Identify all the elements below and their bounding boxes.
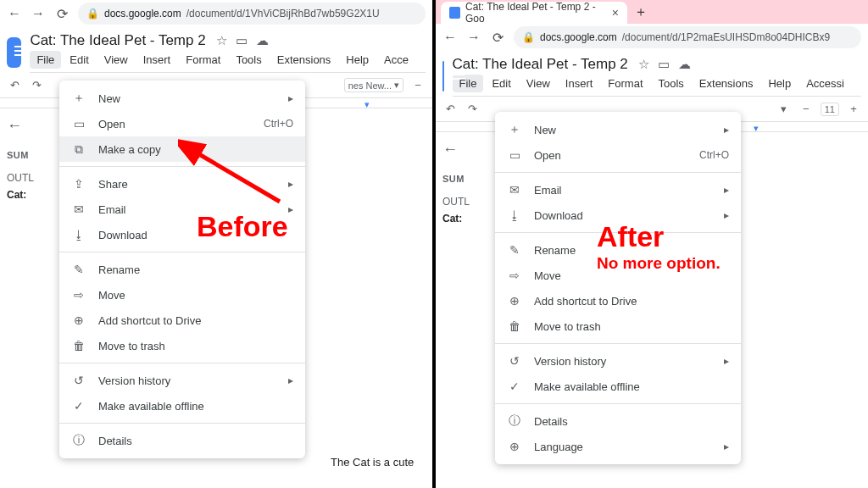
- menu-separator: [495, 403, 741, 404]
- menu-item-make-available-offline[interactable]: ✓Make available offline: [59, 393, 305, 419]
- move-icon[interactable]: ▭: [236, 33, 248, 48]
- menu-item-add-shortcut-to-drive[interactable]: ⊕Add shortcut to Drive: [59, 308, 305, 333]
- outline-item[interactable]: Cat:: [7, 189, 44, 201]
- menu-item-move-to-trash[interactable]: 🗑Move to trash: [495, 313, 741, 339]
- doc-header: Cat: The Ideal Pet - Temp 2 ☆ ▭ ☁ FileEd…: [0, 27, 432, 73]
- menu-item-icon: ↺: [71, 374, 86, 387]
- menu-item-version-history[interactable]: ↺Version history▸: [495, 348, 741, 374]
- menu-item-icon: ▭: [71, 117, 86, 130]
- menu-item-meta: ▸: [288, 374, 293, 386]
- menu-item-label: Version history: [98, 374, 276, 387]
- cloud-icon[interactable]: ☁: [256, 33, 269, 48]
- menu-item-label: Version history: [534, 355, 712, 368]
- menu-item-label: Open: [98, 118, 252, 130]
- left-pane: ← → ⟳ 🔒 docs.google.com /document/d/1VhV…: [0, 0, 432, 488]
- right-pane: Cat: The Ideal Pet - Temp 2 - Goo × ＋ ← …: [436, 0, 868, 488]
- menu-edit[interactable]: Edit: [485, 75, 517, 92]
- minus-icon[interactable]: −: [410, 78, 426, 93]
- menu-item-add-shortcut-to-drive[interactable]: ⊕Add shortcut to Drive: [495, 288, 741, 313]
- menu-item-new[interactable]: ＋New▸: [495, 117, 741, 142]
- menu-item-make-available-offline[interactable]: ✓Make available offline: [495, 374, 741, 399]
- minus-icon[interactable]: −: [798, 102, 814, 117]
- menu-tools[interactable]: Tools: [229, 51, 268, 69]
- menu-extensions[interactable]: Extensions: [693, 75, 760, 92]
- annotation-subtext: No more option.: [597, 254, 721, 273]
- redo-icon[interactable]: ↷: [29, 78, 44, 93]
- menu-item-language[interactable]: ⊕Language▸: [495, 434, 741, 459]
- menu-item-label: Email: [534, 184, 712, 197]
- menu-extensions[interactable]: Extensions: [270, 51, 338, 69]
- menu-file[interactable]: File: [453, 75, 484, 92]
- menu-item-label: Move to trash: [98, 340, 293, 352]
- menu-item-details[interactable]: ⓘDetails: [59, 428, 305, 453]
- menu-item-meta: Ctrl+O: [699, 149, 729, 161]
- back-icon[interactable]: ←: [7, 6, 22, 21]
- menu-view[interactable]: View: [97, 51, 135, 69]
- annotation-before: Before: [197, 210, 288, 243]
- menu-item-icon: ⧉: [71, 142, 86, 157]
- move-icon[interactable]: ▭: [658, 57, 670, 72]
- menu-item-email[interactable]: ✉Email▸: [495, 177, 741, 202]
- chevron-down-icon[interactable]: ▾: [776, 102, 792, 117]
- address-bar[interactable]: 🔒 docs.google.com /document/d/1P2maEsUIH…: [514, 26, 861, 48]
- menu-separator: [59, 363, 305, 363]
- menu-item-meta: ▸: [724, 355, 729, 367]
- menu-item-new[interactable]: ＋New▸: [59, 86, 305, 111]
- menu-item-label: Make available offline: [534, 380, 729, 393]
- browser-tab[interactable]: Cat: The Ideal Pet - Temp 2 - Goo ×: [441, 2, 627, 24]
- docs-logo-icon[interactable]: [7, 37, 21, 68]
- menu-insert[interactable]: Insert: [136, 51, 178, 69]
- back-icon[interactable]: ←: [442, 30, 458, 45]
- menu-separator: [59, 252, 305, 252]
- forward-icon[interactable]: →: [31, 6, 46, 21]
- doc-title[interactable]: Cat: The Ideal Pet - Temp 2: [453, 56, 628, 73]
- doc-title[interactable]: Cat: The Ideal Pet - Temp 2: [30, 32, 205, 49]
- redo-icon[interactable]: ↷: [465, 102, 480, 117]
- menu-item-details[interactable]: ⓘDetails: [495, 408, 741, 434]
- undo-icon[interactable]: ↶: [442, 102, 458, 117]
- menu-item-icon: ＋: [507, 122, 522, 137]
- menu-edit[interactable]: Edit: [63, 51, 95, 69]
- menu-view[interactable]: View: [520, 75, 557, 92]
- docs-logo-icon[interactable]: [442, 61, 444, 92]
- menu-help[interactable]: Help: [339, 51, 376, 69]
- menu-item-move-to-trash[interactable]: 🗑Move to trash: [59, 333, 305, 358]
- menu-file[interactable]: File: [30, 51, 61, 69]
- menu-item-meta: ▸: [288, 203, 293, 215]
- undo-icon[interactable]: ↶: [7, 78, 22, 93]
- menu-item-version-history[interactable]: ↺Version history▸: [59, 368, 305, 393]
- outline-item[interactable]: Cat:: [442, 213, 480, 225]
- menu-item-meta: ▸: [288, 92, 293, 104]
- star-icon[interactable]: ☆: [638, 57, 649, 72]
- menu-tools[interactable]: Tools: [652, 75, 691, 92]
- menu-item-meta: ▸: [724, 124, 729, 136]
- menu-item-icon: ⓘ: [71, 433, 86, 448]
- outline-back-icon[interactable]: ←: [7, 117, 44, 135]
- menu-item-open[interactable]: ▭OpenCtrl+O: [59, 111, 305, 136]
- menu-accessi[interactable]: Accessi: [799, 75, 851, 92]
- font-select[interactable]: nes New...▾: [344, 78, 403, 92]
- address-bar[interactable]: 🔒 docs.google.com /document/d/1VhViCBijR…: [78, 3, 426, 25]
- tab-close-icon[interactable]: ×: [612, 6, 619, 19]
- forward-icon[interactable]: →: [466, 30, 481, 45]
- cloud-icon[interactable]: ☁: [678, 57, 691, 72]
- reload-icon[interactable]: ⟳: [54, 6, 70, 21]
- menu-insert[interactable]: Insert: [559, 75, 600, 92]
- menu-acce[interactable]: Acce: [377, 51, 415, 69]
- menu-item-rename[interactable]: ✎Rename: [59, 257, 305, 282]
- new-tab-button[interactable]: ＋: [631, 2, 651, 22]
- star-icon[interactable]: ☆: [216, 33, 227, 48]
- menu-help[interactable]: Help: [761, 75, 798, 92]
- font-size-input[interactable]: 11: [821, 103, 839, 116]
- outline-back-icon[interactable]: ←: [442, 141, 480, 158]
- menu-item-move[interactable]: ⇨Move: [59, 282, 305, 308]
- menu-item-icon: ⊕: [507, 440, 522, 453]
- menu-item-open[interactable]: ▭OpenCtrl+O: [495, 142, 741, 168]
- reload-icon[interactable]: ⟳: [490, 30, 505, 45]
- annotation-after: After: [597, 220, 664, 253]
- doc-header: Cat: The Ideal Pet - Temp 2 ☆ ▭ ☁ FileEd…: [436, 51, 868, 97]
- plus-icon[interactable]: +: [846, 102, 861, 117]
- menu-format[interactable]: Format: [601, 75, 649, 92]
- menu-format[interactable]: Format: [179, 51, 227, 69]
- menu-item-icon: ⓘ: [507, 413, 522, 429]
